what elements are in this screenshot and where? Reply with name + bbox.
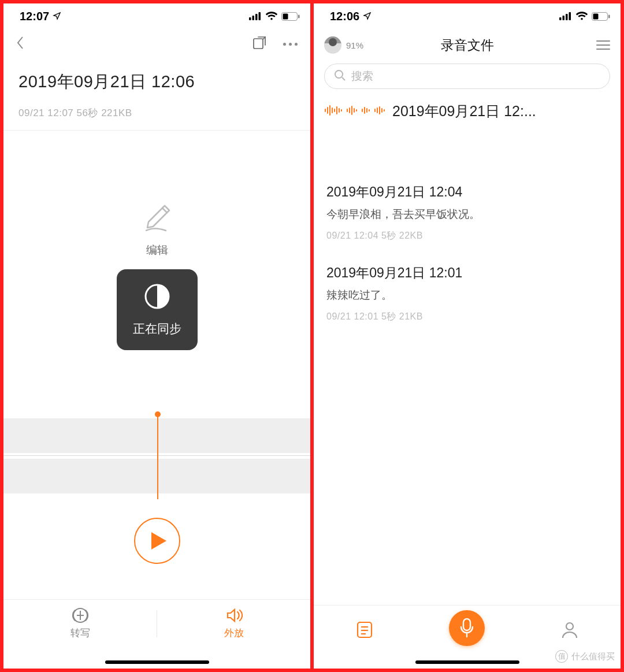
nav-bar [3,29,310,59]
bottom-bar: 转写 外放 [3,599,310,669]
speaker-button[interactable]: 外放 [157,600,310,669]
wifi-icon [575,12,588,21]
transcribe-label: 转写 [70,626,90,640]
speaker-label: 外放 [224,626,244,640]
svg-rect-7 [254,39,263,49]
list-item[interactable]: 2019年09月21日 12:01 辣辣吃过了。 09/21 12:01 5秒 … [314,253,621,333]
recording-header: 2019年09月21日 12:06 09/21 12:07 56秒 221KB [3,59,310,131]
current-recording-title: 2019年09月21日 12:... [392,102,536,121]
waveform-track[interactable] [3,414,310,500]
statusbar-time: 12:07 [20,10,49,23]
wifi-icon [265,12,278,21]
transcribe-button[interactable]: 转写 [3,600,157,669]
svg-rect-13 [569,12,571,20]
tab-profile[interactable] [552,612,587,647]
search-placeholder: 搜索 [351,69,373,84]
home-indicator[interactable] [105,660,209,664]
sync-toast: 正在同步 [117,269,198,350]
record-button[interactable] [449,610,485,646]
statusbar-time: 12:06 [330,10,359,23]
signal-icon [559,12,572,20]
list-item-title: 2019年09月21日 12:04 [326,183,608,201]
tab-bar [314,605,621,669]
avatar[interactable] [324,36,341,54]
status-bar: 12:07 [3,3,310,29]
sync-toast-label: 正在同步 [133,321,181,337]
battery-icon [592,12,610,21]
svg-rect-0 [249,17,251,20]
location-icon [363,10,372,23]
svg-rect-16 [608,14,610,18]
svg-rect-2 [255,14,258,20]
sync-progress-icon [143,283,171,313]
svg-rect-6 [298,14,300,18]
svg-rect-11 [563,16,565,20]
tab-files[interactable] [347,612,382,647]
svg-rect-10 [559,17,562,20]
list-item-meta: 09/21 12:01 5秒 21KB [326,311,608,323]
recording-meta: 09/21 12:07 56秒 221KB [18,106,295,120]
list-header: 91% 录音文件 [314,29,621,59]
list-item-body: 辣辣吃过了。 [326,288,608,303]
play-button[interactable] [134,518,180,564]
share-button[interactable] [252,35,267,53]
list-item[interactable]: 2019年09月21日 12:04 今朝早浪相，吾去买早饭状况。 09/21 1… [314,172,621,253]
signal-icon [249,12,262,20]
location-icon [53,10,61,23]
more-button[interactable] [283,43,298,46]
device-battery-pct: 91% [346,40,363,50]
search-input[interactable]: 搜索 [324,64,610,89]
back-button[interactable] [16,36,24,52]
waveform-icon [324,103,387,120]
list-item-meta: 09/21 12:04 5秒 22KB [326,230,608,242]
svg-point-46 [566,623,573,630]
battery-icon [281,12,300,21]
list-item-title: 2019年09月21日 12:01 [326,264,608,282]
status-bar: 12:06 [314,3,621,29]
menu-button[interactable] [596,40,610,50]
svg-rect-5 [283,13,288,19]
svg-rect-12 [566,14,568,20]
edit-label: 编辑 [146,243,168,258]
screen-recordings-list: 12:06 91% 录音文件 [314,3,621,669]
current-recording-row[interactable]: 2019年09月21日 12:... [314,92,621,131]
playhead[interactable] [157,414,158,499]
home-indicator[interactable] [415,660,519,664]
recording-title: 2019年09月21日 12:06 [18,70,295,94]
edit-block[interactable]: 编辑 [3,194,310,258]
pencil-icon [137,194,177,237]
svg-point-17 [335,70,343,78]
svg-rect-3 [259,12,261,20]
list-item-body: 今朝早浪相，吾去买早饭状况。 [326,207,608,222]
svg-rect-44 [463,619,470,630]
svg-rect-15 [593,13,599,19]
svg-rect-1 [252,16,255,20]
search-icon [334,69,346,84]
screen-recording-detail: 12:07 [3,3,310,669]
